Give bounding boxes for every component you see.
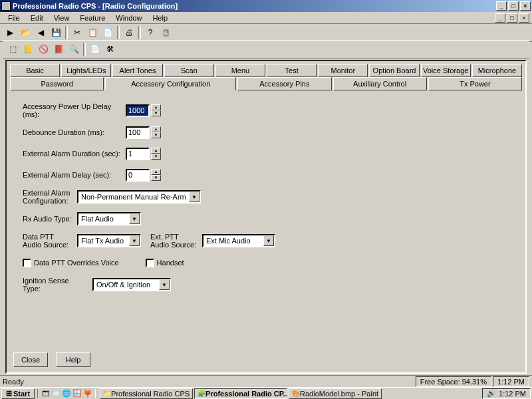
tool-icon-2[interactable]: 📒: [21, 42, 35, 57]
tool-icon-6[interactable]: 🛠: [103, 42, 118, 57]
config-panel: Basic Lights/LEDs Alert Tones Scan Menu …: [5, 60, 527, 374]
tool-icon-4[interactable]: 📕: [51, 42, 66, 57]
toolbar-icon[interactable]: ▶: [3, 25, 17, 40]
handset-label: Handset: [157, 259, 184, 267]
tool-icon-3[interactable]: 🚫: [36, 42, 51, 57]
ql-icon[interactable]: 🦊: [83, 389, 92, 398]
spin-up-icon[interactable]: ▲: [151, 169, 161, 175]
data-ptt-select[interactable]: Flat Tx Audio ▼: [77, 234, 141, 247]
start-button[interactable]: ⊞ Start: [1, 388, 35, 399]
handset-checkbox[interactable]: [146, 259, 154, 267]
ql-icon[interactable]: 📨: [51, 389, 61, 398]
close-button[interactable]: Close: [13, 352, 48, 367]
menu-window[interactable]: Window: [110, 13, 147, 23]
ext-alarm-cfg-value: Non-Permanent Manual Re-Arm: [78, 193, 189, 201]
tab-monitor[interactable]: Monitor: [318, 64, 368, 77]
child-close-button[interactable]: ×: [519, 13, 529, 23]
debounce-input[interactable]: [126, 126, 150, 139]
toolbar-secondary: ⬚ 📒 🚫 📕 🔍 📄 🛠: [3, 40, 529, 59]
chevron-down-icon[interactable]: ▼: [159, 279, 170, 290]
taskbar-item[interactable]: 🎨 RadioModel.bmp - Paint: [289, 388, 382, 399]
tab-accessory-config[interactable]: Accessory Configuration: [105, 77, 236, 90]
ignition-label: Ignition Sense Type:: [23, 277, 92, 293]
ext-alarm-dur-input[interactable]: [126, 148, 150, 160]
ext-alarm-dur-label: External Alarm Duration (sec):: [23, 150, 126, 158]
rx-audio-label: Rx Audio Type:: [23, 215, 77, 223]
help-button[interactable]: Help: [56, 352, 90, 367]
reload-icon[interactable]: ◀: [33, 25, 48, 40]
tab-aux-control[interactable]: Auxiliary Control: [333, 77, 427, 90]
tab-row-2: Password Accessory Configuration Accesso…: [9, 77, 523, 90]
child-maximize-button[interactable]: □: [507, 13, 517, 23]
copy-icon[interactable]: 📋: [85, 25, 100, 40]
ql-icon[interactable]: 🗔: [41, 389, 50, 398]
titlebar: Professional Radio CPS - [Radio Configur…: [0, 0, 532, 12]
system-tray[interactable]: 🔊 1:12 PM: [482, 388, 531, 399]
tab-password[interactable]: Password: [10, 77, 104, 90]
power-up-delay-label: Accessory Power Up Delay (ms):: [23, 102, 126, 118]
ext-ptt-select[interactable]: Ext Mic Audio ▼: [202, 234, 275, 247]
ext-alarm-cfg-select[interactable]: Non-Permanent Manual Re-Arm ▼: [77, 190, 201, 203]
taskbar-item[interactable]: 📁 Professional Radio CPS R...: [100, 388, 193, 399]
tray-icon[interactable]: 🔊: [487, 389, 496, 398]
menu-help[interactable]: Help: [147, 13, 173, 23]
spin-up-icon[interactable]: ▲: [151, 104, 161, 110]
ext-alarm-delay-label: External Alarm Delay (sec):: [23, 171, 126, 179]
chevron-down-icon[interactable]: ▼: [189, 192, 200, 202]
child-minimize-button[interactable]: _: [495, 13, 505, 23]
ignition-select[interactable]: On/Off & Ignition ▼: [92, 278, 171, 291]
open-icon[interactable]: 📂: [18, 25, 33, 40]
data-ptt-label: Data PTT Audio Source:: [23, 233, 77, 249]
data-ptt-override-checkbox[interactable]: [23, 259, 31, 267]
spin-down-icon[interactable]: ▼: [151, 154, 161, 160]
taskbar-item-active[interactable]: 🧩 Professional Radio CP...: [194, 388, 287, 399]
tab-alert[interactable]: Alert Tones: [112, 64, 162, 77]
menu-feature[interactable]: Feature: [74, 13, 110, 23]
start-label: Start: [13, 390, 30, 398]
save-icon[interactable]: 💾: [49, 25, 63, 40]
dialog-buttons: Close Help: [13, 352, 90, 367]
windows-icon: ⊞: [6, 389, 12, 398]
ql-icon[interactable]: 🪟: [72, 389, 82, 398]
context-help-icon[interactable]: ⍰: [158, 25, 173, 40]
chevron-down-icon[interactable]: ▼: [129, 213, 140, 224]
help-icon[interactable]: ?: [143, 25, 158, 40]
paste-icon[interactable]: 📄: [100, 25, 115, 40]
tool-icon-5[interactable]: 📄: [88, 42, 102, 57]
zoom-icon[interactable]: 🔍: [66, 42, 81, 57]
status-ready: Ready: [3, 378, 24, 386]
close-window-button[interactable]: ×: [520, 1, 531, 11]
menu-view[interactable]: View: [49, 13, 75, 23]
chevron-down-icon[interactable]: ▼: [263, 235, 274, 246]
maximize-button[interactable]: □: [508, 1, 519, 11]
tab-scan[interactable]: Scan: [164, 64, 214, 77]
cut-icon[interactable]: ✂: [70, 25, 84, 40]
spin-up-icon[interactable]: ▲: [151, 148, 161, 154]
tab-accessory-pins[interactable]: Accessory Pins: [237, 77, 331, 90]
print-icon[interactable]: 🖨: [122, 25, 136, 40]
spin-down-icon[interactable]: ▼: [151, 110, 161, 116]
tab-test[interactable]: Test: [267, 64, 317, 77]
minimize-button[interactable]: _: [496, 1, 507, 11]
tab-voice[interactable]: Voice Storage: [421, 64, 471, 77]
spin-up-icon[interactable]: ▲: [151, 126, 161, 132]
tab-option[interactable]: Option Board: [369, 64, 419, 77]
tab-lights[interactable]: Lights/LEDs: [61, 64, 111, 77]
ql-icon[interactable]: 🌐: [62, 389, 71, 398]
app-icon: [1, 1, 11, 11]
power-up-delay-input[interactable]: [126, 104, 150, 117]
ext-alarm-delay-input[interactable]: [126, 169, 150, 182]
tab-mic[interactable]: Microphone: [472, 64, 522, 77]
menu-file[interactable]: File: [3, 13, 25, 23]
menu-edit[interactable]: Edit: [25, 13, 49, 23]
tab-basic[interactable]: Basic: [10, 64, 60, 77]
rx-audio-select[interactable]: Flat Audio ▼: [77, 212, 141, 225]
debounce-label: Debounce Duration (ms):: [23, 128, 126, 136]
form-area: Accessory Power Up Delay (ms): ▲▼ Deboun…: [9, 90, 523, 311]
chevron-down-icon[interactable]: ▼: [129, 235, 140, 246]
tab-menu[interactable]: Menu: [215, 64, 265, 77]
spin-down-icon[interactable]: ▼: [151, 132, 161, 138]
spin-down-icon[interactable]: ▼: [151, 175, 161, 181]
tab-tx-power[interactable]: Tx Power: [428, 77, 522, 90]
tool-icon-1[interactable]: ⬚: [5, 42, 20, 57]
